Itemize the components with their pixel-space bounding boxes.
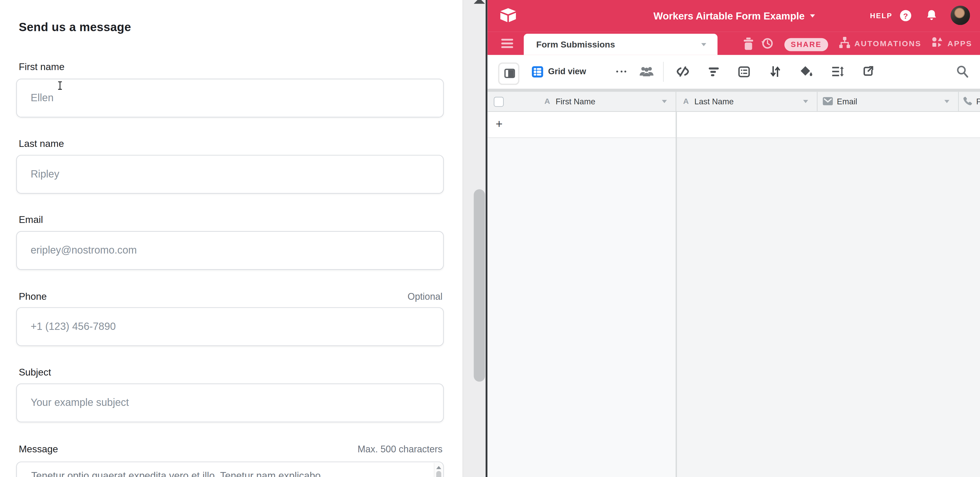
phone-optional-note: Optional <box>408 291 442 302</box>
toolbar-divider <box>663 62 664 82</box>
search-icon[interactable] <box>956 65 969 78</box>
add-row-strip[interactable]: + <box>487 112 980 138</box>
user-avatar[interactable] <box>951 6 970 25</box>
subject-label: Subject <box>19 367 51 378</box>
airtable-topbar: Workers Airtable Form Example HELP ? <box>487 0 980 32</box>
sidebar-toggle-icon <box>504 69 515 78</box>
column-header-email[interactable]: Email <box>817 92 958 111</box>
automations-icon[interactable] <box>839 37 851 49</box>
group-icon[interactable] <box>738 66 750 77</box>
column-label: Phone <box>976 97 980 106</box>
text-field-icon: A <box>683 97 689 105</box>
page-scroll-thumb[interactable] <box>474 189 485 382</box>
message-label: Message <box>19 444 58 455</box>
automations-label[interactable]: AUTOMATIONS <box>854 40 921 48</box>
window-divider <box>485 0 487 477</box>
hide-fields-icon[interactable] <box>676 66 689 77</box>
add-row-plus[interactable]: + <box>496 112 503 137</box>
column-header-phone[interactable]: Phone <box>958 92 980 111</box>
subject-placeholder: Your example subject <box>31 384 129 420</box>
airtable-logo-icon[interactable] <box>500 7 517 24</box>
tab-caret-icon[interactable] <box>702 43 706 46</box>
frozen-column-divider <box>676 112 677 477</box>
column-caret-icon[interactable] <box>662 100 667 103</box>
column-header-row: A First Name A Last Name Email <box>487 92 980 112</box>
form-title: Send us a message <box>19 21 131 34</box>
email-input[interactable]: eripley@nostromo.com <box>16 231 444 270</box>
column-label: Email <box>837 97 857 106</box>
tab-label: Form Submissions <box>536 34 615 55</box>
column-label: First Name <box>556 97 595 106</box>
table-menu-icon[interactable] <box>501 39 513 48</box>
apps-icon[interactable] <box>932 37 943 48</box>
phone-field-icon <box>963 96 973 106</box>
textarea-scrollbar[interactable] <box>434 463 442 477</box>
phone-placeholder: +1 (123) 456-7890 <box>31 308 116 344</box>
view-name[interactable]: Grid view <box>548 67 586 76</box>
email-field-icon <box>822 97 833 105</box>
collaborators-icon[interactable] <box>639 66 654 77</box>
column-header-last-name[interactable]: A Last Name <box>676 92 817 111</box>
scroll-up-icon[interactable] <box>436 466 441 469</box>
share-label: SHARE <box>791 40 822 49</box>
row-height-icon[interactable] <box>832 66 844 77</box>
screen: Send us a message First name Ellen Last … <box>0 0 980 477</box>
trash-icon[interactable] <box>743 37 754 50</box>
message-textarea[interactable]: Tenetur optio quaerat expedita vero et i… <box>16 462 444 477</box>
page-scrollbar[interactable] <box>463 0 486 477</box>
help-question-icon[interactable]: ? <box>900 10 911 21</box>
first-name-input[interactable]: Ellen <box>16 79 444 117</box>
message-max-note: Max. 500 characters <box>358 444 442 454</box>
text-cursor-icon <box>57 81 63 90</box>
help-link[interactable]: HELP <box>870 12 892 19</box>
grid-top-band <box>487 89 980 92</box>
color-icon[interactable] <box>800 66 813 78</box>
grid-canvas-frozen[interactable] <box>487 138 675 477</box>
grid-view-icon <box>532 66 543 77</box>
sort-icon[interactable] <box>770 66 781 78</box>
view-sidebar-toggle-button[interactable] <box>498 63 519 85</box>
share-button[interactable]: SHARE <box>784 38 828 51</box>
column-caret-icon[interactable] <box>944 100 949 103</box>
view-toolbar: Grid view <box>487 55 980 89</box>
filter-icon[interactable] <box>708 67 719 77</box>
column-label: Last Name <box>694 97 733 106</box>
email-label: Email <box>19 214 43 225</box>
text-field-icon: A <box>544 97 550 105</box>
base-title: Workers Airtable Form Example <box>654 10 805 22</box>
base-title-group[interactable]: Workers Airtable Form Example <box>600 0 869 32</box>
first-name-placeholder: Ellen <box>31 79 54 116</box>
airtable-tabbar: Form Submissions SHARE <box>487 32 980 55</box>
view-more-icon[interactable] <box>616 71 631 73</box>
last-name-input[interactable]: Ripley <box>16 155 444 193</box>
phone-input[interactable]: +1 (123) 456-7890 <box>16 307 444 346</box>
tab-form-submissions[interactable]: Form Submissions <box>524 34 718 55</box>
column-header-first-name[interactable]: A First Name <box>487 92 675 111</box>
grid-canvas[interactable] <box>676 138 980 477</box>
textarea-scroll-thumb[interactable] <box>436 471 441 477</box>
message-text: Tenetur optio quaerat expedita vero et i… <box>31 470 431 477</box>
subject-input[interactable]: Your example subject <box>16 384 444 422</box>
base-title-caret-icon <box>810 14 815 17</box>
airtable-pane: Workers Airtable Form Example HELP ? <box>487 0 980 477</box>
last-name-placeholder: Ripley <box>31 155 59 192</box>
last-name-label: Last name <box>19 138 64 149</box>
apps-label[interactable]: APPS <box>948 40 972 48</box>
phone-label: Phone <box>19 291 47 302</box>
email-placeholder: eripley@nostromo.com <box>31 232 137 268</box>
contact-form-pane: Send us a message First name Ellen Last … <box>0 0 463 477</box>
column-caret-icon[interactable] <box>803 100 808 103</box>
history-icon[interactable] <box>760 37 774 50</box>
scroll-up-arrow-icon[interactable] <box>474 0 485 4</box>
first-name-label: First name <box>19 61 64 73</box>
share-view-icon[interactable] <box>862 66 874 77</box>
notifications-bell-icon[interactable] <box>926 10 938 22</box>
